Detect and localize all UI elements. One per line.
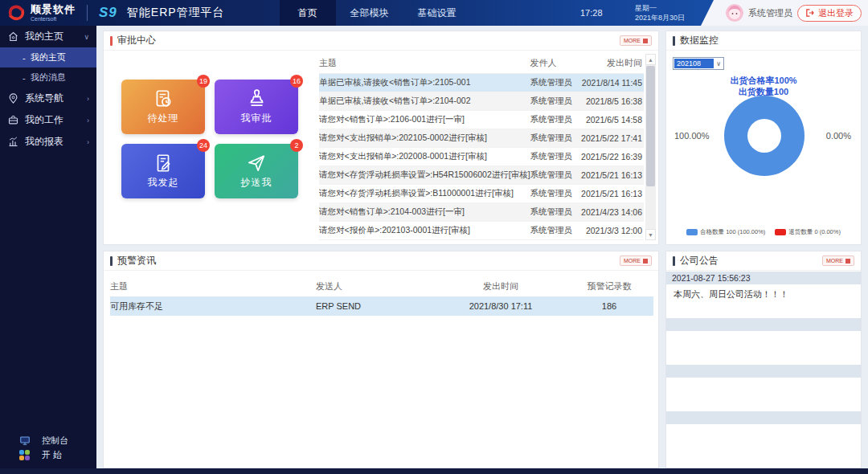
approval-row[interactable]: 单据已审核,请接收<销售订单>:2104-002系统管理员2021/8/5 16… — [319, 92, 644, 110]
approval-row[interactable]: 请您对<报价单>:202103-0001进行[审核]系统管理员2021/3/3 … — [319, 221, 644, 239]
panel-accent-bar — [673, 36, 675, 46]
nav-tab-basic-settings[interactable]: 基础设置 — [403, 0, 471, 26]
scroll-down-arrow[interactable]: ▼ — [645, 229, 656, 240]
weekday-label: 星期一 — [635, 3, 685, 13]
approval-center-panel: 审批中心 MORE 19 待处理 — [103, 31, 659, 245]
sidebar-item-label: 我的工作 — [25, 113, 63, 127]
announcement-date — [666, 318, 861, 331]
map-pin-icon — [7, 92, 19, 104]
approval-row[interactable]: 请您对<销售订单>:2104-003进行[一审]系统管理员2021/4/23 1… — [319, 202, 644, 221]
nav-tab-home[interactable]: 首页 — [280, 0, 336, 26]
nav-tab-all-modules[interactable]: 全部模块 — [336, 0, 403, 26]
logout-icon — [805, 8, 815, 18]
legend-item[interactable]: 合格数量 100 (100.00%) — [686, 228, 765, 236]
main-content: 审批中心 MORE 19 待处理 — [96, 26, 868, 468]
console-label: 控制台 — [42, 435, 68, 447]
sidebar-footer: 控制台 开 始 — [0, 433, 96, 462]
announcements-panel-title: 公司公告 — [680, 254, 719, 268]
legend-item[interactable]: 退货数量 0 (0.00%) — [775, 228, 841, 236]
announcement-list: 2021-08-27 15:56:23本周六、周日公司活动！！！ — [666, 272, 861, 468]
col-subject: 主题 — [110, 276, 316, 296]
pending-doc-clock-icon — [153, 88, 174, 109]
my-approvals-badge: 16 — [290, 75, 303, 88]
tile-label: 我发起 — [148, 176, 179, 190]
col-send-time: 发出时间 — [436, 276, 565, 296]
chevron-right-icon: › — [87, 116, 89, 125]
logout-button[interactable]: 退出登录 — [797, 5, 862, 22]
col-record-count: 预警记录数 — [565, 276, 653, 296]
pending-badge: 19 — [197, 75, 210, 88]
sidebar-subitem-label: 我的消息 — [31, 72, 66, 84]
console-button[interactable]: 控制台 — [0, 433, 96, 447]
subitem-dash: - — [23, 53, 26, 63]
approval-row[interactable]: 请您对<存货浮动耗损率设置>:H54R15006002进行[审核]系统管理员20… — [319, 165, 644, 184]
approval-row[interactable]: 请您对<销售订单>:2106-001进行[一审]系统管理员2021/6/5 14… — [319, 110, 644, 129]
period-select[interactable]: 202108 ∨ — [673, 57, 724, 70]
approval-scrollbar[interactable]: ▲ ▼ — [645, 54, 656, 240]
avatar[interactable] — [726, 4, 743, 22]
top-header: 顺景软件 Centersoft S9 智能ERP管理平台 首页 全部模块 基础设… — [0, 0, 868, 26]
stamp-icon — [246, 88, 267, 109]
pass-rate-text: 出货合格率100% — [666, 75, 861, 87]
approval-table-body: 单据已审核,请接收<销售订单>:2105-001系统管理员2021/8/14 1… — [319, 73, 644, 239]
announcement-content: 本周六、周日公司活动！！！ — [666, 284, 861, 318]
approval-row[interactable]: 请您对<存货浮动耗损率设置>:B11000001进行[审核]系统管理员2021/… — [319, 184, 644, 202]
tile-my-approvals[interactable]: 16 我审批 — [215, 80, 298, 134]
alerts-panel-title: 预警资讯 — [117, 254, 156, 268]
company-name-en: Centersoft — [31, 16, 76, 22]
sidebar-item-system-nav[interactable]: 系统导航 › — [0, 88, 96, 109]
panel-accent-bar — [110, 36, 113, 46]
start-button[interactable]: 开 始 — [0, 447, 96, 462]
donut-label-right: 0.00% — [826, 131, 851, 141]
alerts-panel: 预警资讯 MORE 主题 发送人 发出时间 预警记录数 — [103, 251, 659, 468]
sidebar-item-my-reports[interactable]: 我的报表 › — [0, 131, 96, 153]
alert-row[interactable]: 可用库存不足ERP SEND2021/8/30 17:11186 — [110, 296, 653, 316]
legend-swatch — [686, 229, 698, 235]
chevron-right-icon: › — [87, 138, 89, 146]
approval-row[interactable]: 单据已审核,请接收<销售订单>:2105-001系统管理员2021/8/14 1… — [319, 73, 644, 92]
tile-label: 抄送我 — [241, 176, 272, 190]
paper-plane-icon — [246, 153, 267, 174]
tile-pending[interactable]: 19 待处理 — [121, 80, 205, 134]
legend-label: 合格数量 100 (100.00%) — [700, 228, 765, 236]
tile-label: 我审批 — [241, 112, 272, 125]
product-logo: S9 — [99, 5, 117, 21]
clock: 17:28 — [580, 0, 603, 26]
main-nav: 首页 全部模块 基础设置 — [280, 0, 471, 26]
sidebar-subitem-my-home[interactable]: - 我的主页 — [0, 47, 96, 67]
briefcase-icon — [7, 114, 19, 126]
panel-accent-bar — [110, 256, 113, 266]
brand-area: 顺景软件 Centersoft S9 智能ERP管理平台 — [0, 3, 225, 22]
approval-more-button[interactable]: MORE — [620, 35, 652, 46]
more-label: MORE — [624, 38, 641, 43]
alerts-table: 主题 发送人 发出时间 预警记录数 可用库存不足ERP SEND2021/8/3… — [110, 276, 653, 316]
announcement-date: 2021-08-27 15:56:23 — [666, 272, 861, 284]
logo-divider — [87, 5, 88, 21]
scroll-thumb[interactable] — [646, 66, 655, 186]
legend-swatch — [775, 229, 786, 235]
more-icon — [643, 39, 648, 43]
announcement-content — [666, 331, 861, 365]
company-logo-icon — [6, 3, 26, 22]
initiated-badge: 24 — [197, 139, 210, 152]
tile-initiated-by-me[interactable]: 24 我发起 — [121, 144, 205, 198]
announcements-more-button[interactable]: MORE — [822, 255, 854, 266]
logout-label: 退出登录 — [818, 7, 854, 19]
sidebar-item-my-home[interactable]: 我的主页 ∨ — [0, 26, 96, 47]
alerts-more-button[interactable]: MORE — [620, 255, 652, 266]
approval-panel-header: 审批中心 MORE — [104, 31, 658, 51]
announcement-content — [666, 424, 861, 458]
approval-row[interactable]: 请您对<支出报销单>:202105-0002进行[审核]系统管理员2021/5/… — [319, 129, 644, 147]
alerts-table-body: 可用库存不足ERP SEND2021/8/30 17:11186 — [110, 296, 653, 316]
approval-row[interactable]: 请您对<支出报销单>:202008-0001进行[审核]系统管理员2021/5/… — [319, 147, 644, 165]
scroll-up-arrow[interactable]: ▲ — [645, 54, 656, 65]
col-subject: 主题 — [319, 54, 530, 73]
sidebar-subitem-my-messages[interactable]: - 我的消息 — [0, 67, 96, 88]
legend-label: 退货数量 0 (0.00%) — [788, 228, 841, 236]
sidebar-item-my-work[interactable]: 我的工作 › — [0, 109, 96, 131]
start-label: 开 始 — [42, 449, 62, 461]
tile-label: 待处理 — [148, 112, 179, 125]
tile-cc-to-me[interactable]: 2 抄送我 — [215, 144, 298, 198]
announcements-panel-header: 公司公告 MORE — [666, 251, 861, 271]
username-label: 系统管理员 — [748, 7, 792, 19]
